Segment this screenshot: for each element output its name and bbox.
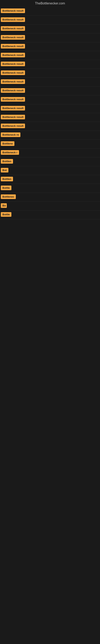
bottleneck-result-badge[interactable]: Bo — [1, 203, 7, 208]
bottleneck-result-badge[interactable]: Bottlenec — [1, 194, 16, 199]
list-item: Bottleneck result — [0, 34, 100, 42]
list-item: Bottlen — [0, 158, 100, 166]
list-item: Bot — [0, 166, 100, 175]
bottleneck-result-badge[interactable]: Bottlen — [1, 159, 13, 164]
list-item: Bottlenec — [0, 193, 100, 202]
bottleneck-result-badge[interactable]: Bottleneck result — [1, 70, 25, 75]
bottleneck-result-badge[interactable]: Bottleneck result — [1, 62, 25, 66]
list-item: Bottlen — [0, 175, 100, 184]
bottleneck-result-badge[interactable]: Bottleneck result — [1, 26, 25, 31]
list-item: Bottleneck result — [0, 78, 100, 86]
list-item: Bottleneck result — [0, 51, 100, 60]
list-item: Bottleneck result — [0, 7, 100, 16]
list-item: Bottleneck result — [0, 60, 100, 69]
list-item: Bottleneck result — [0, 104, 100, 113]
bottleneck-result-badge[interactable]: Bottleneck result — [1, 115, 25, 119]
bottleneck-result-badge[interactable]: Bottleneck result — [1, 53, 25, 57]
bottleneck-result-badge[interactable]: Bot — [1, 168, 8, 172]
bottleneck-result-badge[interactable]: Bottleneck result — [1, 124, 25, 128]
bottleneck-result-badge[interactable]: Bottlene — [1, 141, 14, 146]
bottleneck-result-badge[interactable]: Bottleneck result — [1, 8, 25, 13]
list-item: Bottleneck result — [0, 24, 100, 34]
list-item: Bottle — [0, 210, 100, 219]
list-item: Bottleneck re — [0, 131, 100, 140]
list-item: Bottleneck result — [0, 16, 100, 24]
list-item: Bottleneck result — [0, 122, 100, 131]
bottleneck-result-badge[interactable]: Bottleneck re — [1, 132, 20, 137]
list-item: Bottlene — [0, 140, 100, 148]
list-item: Bottleneck result — [0, 86, 100, 96]
list-item: Bo — [0, 202, 100, 210]
list-item: Bottleneck r — [0, 148, 100, 158]
bottleneck-result-badge[interactable]: Bottleneck result — [1, 88, 25, 93]
site-title: TheBottlenecker.com — [0, 0, 100, 7]
list-item: Bottle — [0, 184, 100, 193]
bottleneck-result-badge[interactable]: Bottlen — [1, 177, 13, 181]
bottleneck-result-badge[interactable]: Bottleneck result — [1, 35, 25, 40]
bottleneck-result-badge[interactable]: Bottleneck r — [1, 150, 19, 155]
bottleneck-result-badge[interactable]: Bottle — [1, 186, 11, 190]
bottleneck-result-badge[interactable]: Bottleneck result — [1, 106, 25, 110]
bottleneck-result-badge[interactable]: Bottleneck result — [1, 44, 25, 48]
list-item: Bottleneck result — [0, 69, 100, 78]
bottleneck-result-badge[interactable]: Bottleneck result — [1, 17, 25, 22]
list-item: Bottleneck result — [0, 96, 100, 104]
list-item: Bottleneck result — [0, 113, 100, 122]
bottleneck-result-badge[interactable]: Bottle — [1, 212, 11, 217]
bottleneck-result-badge[interactable]: Bottleneck result — [1, 79, 25, 84]
bottleneck-result-badge[interactable]: Bottleneck result — [1, 97, 25, 102]
list-item: Bottleneck result — [0, 42, 100, 51]
